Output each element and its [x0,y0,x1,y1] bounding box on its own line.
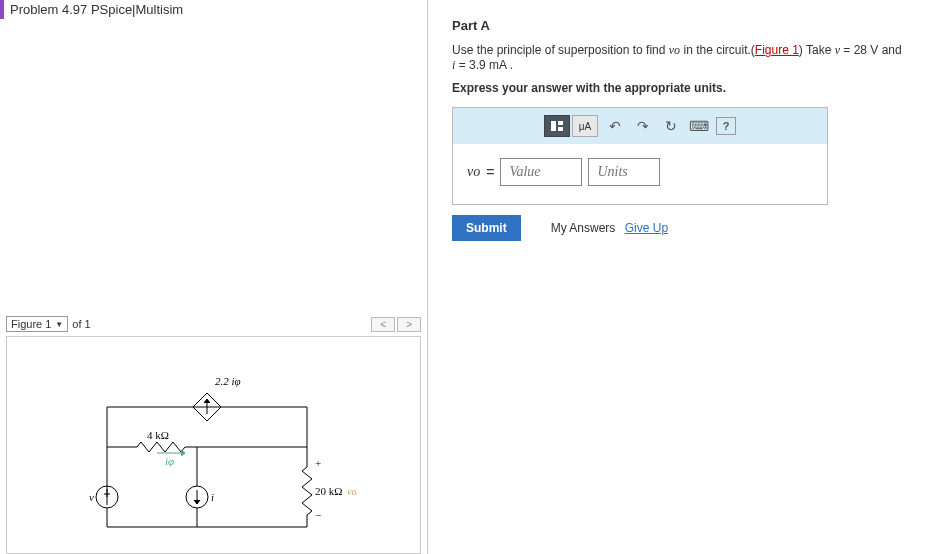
svg-rect-19 [551,121,556,131]
value-input[interactable] [500,158,582,186]
keyboard-icon[interactable]: ⌨ [688,115,710,137]
i-unit: mA [489,58,506,72]
vo-node-label: vo [347,486,356,497]
figure-nav-bar: Figure 1 ▼ of 1 < > [6,316,421,332]
template-button-1[interactable] [544,115,570,137]
my-answers-label: My Answers Give Up [551,221,668,235]
instruction-text: Express your answer with the appropriate… [452,81,905,95]
problem-title: Problem 4.97 PSpice|Multisim [0,0,427,19]
chevron-down-icon: ▼ [55,320,63,329]
figure-next-button[interactable]: > [397,317,421,332]
undo-icon[interactable]: ↶ [604,115,626,137]
v-eq-text: = 28 [840,43,870,57]
figure-prev-button[interactable]: < [371,317,395,332]
r2-label: 20 kΩ [315,485,342,497]
submit-button[interactable]: Submit [452,215,521,241]
my-answers-text: My Answers [551,221,616,235]
i-eq-text: = 3.9 [455,58,489,72]
dep-source-label: 2.2 iφ [215,375,241,387]
units-input[interactable] [588,158,660,186]
and-text: and [878,43,901,57]
give-up-link[interactable]: Give Up [625,221,668,235]
figure-select-label: Figure 1 [11,318,51,330]
prompt-text-3: ) Take [799,43,835,57]
redo-icon[interactable]: ↷ [632,115,654,137]
prompt-text: Use the principle of superposition to fi… [452,43,669,57]
problem-prompt: Use the principle of superposition to fi… [452,43,905,73]
v-source-label: v [89,491,94,503]
minus-label: − [315,509,321,521]
reset-icon[interactable]: ↻ [660,115,682,137]
answer-label: vo [467,164,480,180]
period: . [506,58,513,72]
iphi-label: iφ [165,455,174,467]
vo-symbol: vo [669,43,680,57]
figure-count: of 1 [72,318,90,330]
mu-a-button[interactable]: μA [572,115,598,137]
figure-link[interactable]: Figure 1 [755,43,799,57]
answer-box: μA ↶ ↷ ↻ ⌨ ? vo = [452,107,828,205]
figure-canvas: 2.2 iφ 4 kΩ iφ v i 20 kΩ vo + − [6,336,421,554]
part-title: Part A [452,18,905,33]
svg-rect-21 [558,127,563,131]
figure-select[interactable]: Figure 1 ▼ [6,316,68,332]
r1-label: 4 kΩ [147,429,169,441]
prompt-text-2: in the circuit.( [680,43,755,57]
equals-sign: = [486,164,494,180]
circuit-diagram: 2.2 iφ 4 kΩ iφ v i 20 kΩ vo + − [57,367,377,547]
help-button[interactable]: ? [716,117,736,135]
plus-label: + [315,457,321,469]
i-source-label: i [211,491,214,503]
formula-toolbar: μA ↶ ↷ ↻ ⌨ ? [453,108,827,144]
svg-rect-20 [558,121,563,125]
